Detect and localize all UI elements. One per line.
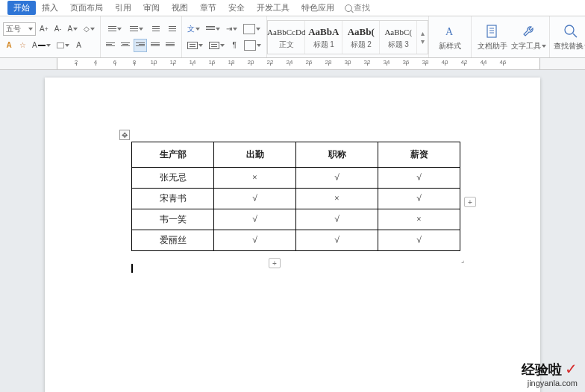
table-cell[interactable]: √ bbox=[214, 189, 296, 209]
text-direction-button[interactable]: 文 bbox=[185, 22, 202, 36]
style-heading3[interactable]: AaBbC( 标题 3 bbox=[380, 21, 417, 54]
svg-line-6 bbox=[573, 34, 577, 37]
document-page[interactable]: 生产部出勤职称薪资 张无忌×√√宋青书√×√韦一笑√√×爱丽丝√√√ + + ⌟ bbox=[45, 78, 540, 392]
table-cell[interactable]: 张无忌 bbox=[132, 168, 214, 189]
table-header[interactable]: 生产部 bbox=[132, 142, 214, 168]
data-table[interactable]: 生产部出勤职称薪资 张无忌×√√宋青书√×√韦一笑√√×爱丽丝√√√ bbox=[131, 142, 460, 251]
tab-review[interactable]: 审阅 bbox=[137, 1, 166, 15]
align-justify-button[interactable] bbox=[148, 39, 162, 52]
bullets-button[interactable] bbox=[104, 22, 124, 36]
change-case-button[interactable]: A bbox=[66, 22, 81, 36]
tab-view[interactable]: 视图 bbox=[166, 1, 194, 15]
table-row[interactable]: 爱丽丝√√√ bbox=[132, 230, 460, 251]
add-column-button[interactable]: + bbox=[464, 197, 476, 207]
svg-rect-1 bbox=[487, 25, 496, 37]
tab-dev[interactable]: 开发工具 bbox=[251, 1, 295, 15]
check-icon: ✓ bbox=[565, 361, 578, 377]
table-cell[interactable]: √ bbox=[296, 168, 378, 189]
horizontal-ruler[interactable]: 2468101214161820222426283032343638404244… bbox=[0, 58, 585, 70]
show-marks-button[interactable]: ¶ bbox=[228, 39, 240, 52]
style-normal[interactable]: AaBbCcDd 正文 bbox=[268, 21, 305, 54]
search-box[interactable]: 查找 bbox=[345, 2, 370, 13]
menu-tabbar: 开始 插入 页面布局 引用 审阅 视图 章节 安全 开发工具 特色应用 查找 bbox=[0, 0, 585, 16]
font-color-button[interactable]: A bbox=[30, 39, 53, 52]
align-left-button[interactable] bbox=[104, 39, 117, 52]
table-cell[interactable]: √ bbox=[378, 230, 460, 251]
highlight-button[interactable] bbox=[54, 39, 72, 52]
table-header[interactable]: 薪资 bbox=[378, 142, 460, 168]
tab-layout[interactable]: 页面布局 bbox=[64, 1, 109, 15]
text-cursor bbox=[131, 264, 133, 273]
table-cell[interactable]: × bbox=[296, 189, 378, 209]
ribbon: 五号 A+ A- A ◇ A ☆ A A 文 bbox=[0, 16, 585, 58]
table-cell[interactable]: √ bbox=[296, 230, 378, 251]
tab-chapter[interactable]: 章节 bbox=[194, 1, 222, 15]
cell-border-button[interactable] bbox=[242, 39, 263, 52]
a-icon: A bbox=[442, 23, 458, 39]
distribute-button[interactable] bbox=[163, 39, 177, 52]
table-cell[interactable]: 宋青书 bbox=[132, 189, 214, 209]
table-cell[interactable]: √ bbox=[296, 209, 378, 230]
table-cell[interactable]: 韦一笑 bbox=[132, 209, 214, 230]
paragraph-group-2: 文 ⇥ ¶ bbox=[182, 16, 267, 57]
decrease-font-button[interactable]: A- bbox=[52, 22, 64, 36]
watermark: 经验啦✓ jingyanla.com bbox=[522, 360, 578, 388]
table-resize-handle[interactable]: ⌟ bbox=[461, 256, 470, 265]
borders-button[interactable] bbox=[241, 22, 263, 36]
line-spacing-button[interactable] bbox=[204, 22, 222, 36]
increase-indent-button[interactable] bbox=[163, 22, 178, 36]
tab-insert[interactable]: 插入 bbox=[36, 1, 64, 15]
svg-text:A: A bbox=[445, 26, 454, 37]
table-row[interactable]: 张无忌×√√ bbox=[132, 168, 460, 189]
find-group: 查找替换 选择 bbox=[550, 16, 585, 57]
style-heading2[interactable]: AaBb( 标题 2 bbox=[342, 21, 380, 54]
new-style-button[interactable]: A 新样式 bbox=[434, 19, 466, 54]
add-row-button[interactable]: + bbox=[269, 258, 281, 268]
table-header[interactable]: 职称 bbox=[296, 142, 378, 168]
magnifier-icon bbox=[563, 23, 579, 39]
shading-button[interactable]: ☆ bbox=[16, 39, 28, 52]
table-header[interactable]: 出勤 bbox=[214, 142, 296, 168]
tools-group: 文档助手 文字工具 bbox=[472, 16, 550, 57]
char-border-button[interactable]: A bbox=[73, 39, 85, 52]
para-shading-button[interactable] bbox=[185, 39, 205, 52]
wrench-icon bbox=[520, 23, 536, 39]
text-effects-button[interactable]: A bbox=[3, 39, 15, 52]
align-center-button[interactable] bbox=[119, 39, 132, 52]
table-move-handle[interactable] bbox=[119, 130, 130, 140]
tab-security[interactable]: 安全 bbox=[222, 1, 251, 15]
table-cell[interactable]: 爱丽丝 bbox=[132, 230, 214, 251]
find-replace-button[interactable]: 查找替换 bbox=[554, 19, 585, 55]
watermark-url: jingyanla.com bbox=[522, 379, 578, 388]
table-row[interactable]: 宋青书√×√ bbox=[132, 189, 460, 209]
table-cell[interactable]: √ bbox=[378, 168, 460, 189]
numbering-button[interactable] bbox=[125, 22, 146, 36]
table-cell[interactable]: √ bbox=[214, 209, 296, 230]
table-cell[interactable]: √ bbox=[378, 189, 460, 209]
font-group: 五号 A+ A- A ◇ A ☆ A A bbox=[0, 16, 101, 57]
table-cell[interactable]: × bbox=[214, 168, 296, 189]
watermark-text: 经验啦 bbox=[522, 362, 562, 377]
align-right-button[interactable] bbox=[134, 39, 147, 52]
style-heading1[interactable]: AaBbA 标题 1 bbox=[305, 21, 342, 54]
clear-format-button[interactable]: ◇ bbox=[81, 22, 97, 36]
decrease-indent-button[interactable] bbox=[147, 22, 162, 36]
table-cell[interactable]: √ bbox=[214, 230, 296, 251]
tab-stops-button[interactable]: ⇥ bbox=[224, 22, 240, 36]
table-row[interactable]: 韦一笑√√× bbox=[132, 209, 460, 230]
style-gallery: AaBbCcDd 正文 AaBbA 标题 1 AaBb( 标题 2 AaBbC(… bbox=[267, 20, 428, 54]
new-style-group: A 新样式 bbox=[429, 16, 472, 57]
tab-start[interactable]: 开始 bbox=[7, 1, 36, 15]
tab-refs[interactable]: 引用 bbox=[109, 1, 137, 15]
style-more-button[interactable]: ▴▾ bbox=[417, 29, 428, 45]
increase-font-button[interactable]: A+ bbox=[37, 22, 51, 36]
text-tools-button[interactable]: 文字工具 bbox=[512, 19, 545, 55]
doc-helper-button[interactable]: 文档助手 bbox=[476, 19, 509, 55]
style-gallery-group: AaBbCcDd 正文 AaBbA 标题 1 AaBb( 标题 2 AaBbC(… bbox=[267, 16, 429, 57]
tab-special[interactable]: 特色应用 bbox=[295, 1, 340, 15]
search-icon bbox=[345, 4, 352, 12]
font-size-select[interactable]: 五号 bbox=[3, 22, 36, 36]
table-cell[interactable]: × bbox=[378, 209, 460, 230]
sort-button[interactable] bbox=[207, 39, 227, 52]
workspace: 2468101214161820222426283032343638404244… bbox=[0, 58, 585, 392]
